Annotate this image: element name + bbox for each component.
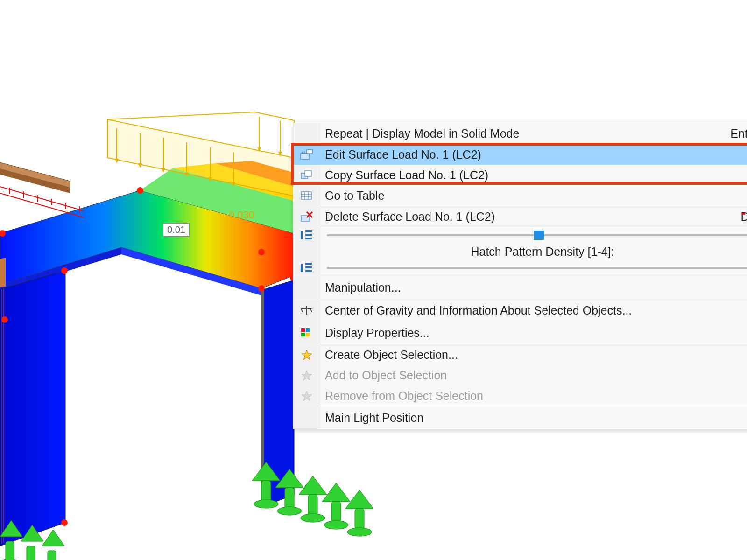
- artifact-dot: [742, 213, 745, 215]
- blank-icon: [293, 276, 320, 299]
- svg-rect-61: [261, 481, 271, 502]
- svg-rect-76: [305, 171, 311, 176]
- menu-item-go-to-table[interactable]: Go to Table: [293, 185, 747, 206]
- svg-marker-1: [140, 168, 294, 233]
- menu-item-shortcut: Del: [731, 210, 747, 224]
- svg-marker-27: [261, 288, 264, 506]
- svg-marker-21: [278, 152, 282, 156]
- add-selection-icon: [293, 365, 320, 385]
- svg-marker-92: [302, 371, 312, 380]
- svg-marker-55: [42, 530, 64, 546]
- svg-rect-62: [285, 488, 294, 509]
- svg-point-68: [301, 514, 325, 522]
- blank-icon: [293, 123, 320, 144]
- svg-marker-91: [302, 350, 312, 360]
- svg-marker-5: [121, 247, 261, 295]
- svg-line-31: [0, 193, 84, 217]
- annotation-value-2: 0.030: [229, 209, 254, 221]
- context-menu: Repeat | Display Model in Solid Mode Ent…: [293, 123, 747, 429]
- svg-marker-2: [173, 163, 294, 201]
- blank-icon: [293, 406, 320, 429]
- svg-point-66: [254, 500, 278, 508]
- annotation-value-1: 0.01: [163, 223, 190, 237]
- svg-marker-16: [162, 168, 165, 173]
- menu-item-label: Create Object Selection...: [320, 348, 747, 362]
- menu-item-copy-surface-load[interactable]: Copy Surface Load No. 1 (LC2): [293, 165, 747, 185]
- svg-marker-19: [232, 182, 235, 187]
- svg-rect-65: [355, 509, 364, 530]
- menu-item-remove-from-object-selection: Remove from Object Selection: [293, 385, 747, 406]
- slider-icon: [293, 260, 320, 276]
- svg-point-67: [277, 507, 302, 515]
- balance-scale-icon: [293, 299, 320, 322]
- svg-point-43: [1, 316, 8, 323]
- svg-marker-28: [0, 162, 70, 188]
- svg-marker-18: [208, 177, 212, 182]
- svg-point-41: [258, 249, 265, 255]
- menu-item-shortcut: Enter: [721, 127, 747, 140]
- menu-item-label: Repeat | Display Model in Solid Mode: [320, 127, 721, 140]
- menu-item-label: Display Properties...: [320, 326, 747, 340]
- load-factor-slider[interactable]: [293, 227, 747, 243]
- menu-item-label: Edit Surface Load No. 1 (LC2): [320, 148, 747, 161]
- menu-item-manipulation[interactable]: Manipulation... ▶: [293, 276, 747, 299]
- svg-rect-63: [308, 495, 317, 516]
- menu-item-display-properties[interactable]: Display Properties...: [293, 322, 747, 344]
- svg-rect-77: [301, 192, 311, 199]
- svg-marker-93: [302, 391, 312, 401]
- svg-marker-14: [115, 159, 119, 163]
- copy-load-icon: [293, 165, 320, 185]
- svg-rect-90: [306, 333, 310, 336]
- svg-rect-64: [331, 502, 341, 523]
- menu-item-label: Manipulation...: [320, 281, 747, 294]
- svg-marker-59: [322, 483, 350, 502]
- menu-item-repeat[interactable]: Repeat | Display Model in Solid Mode Ent…: [293, 123, 747, 144]
- svg-marker-0: [0, 190, 294, 288]
- menu-item-delete-surface-load[interactable]: Delete Surface Load No. 1 (LC2) Del: [293, 206, 747, 227]
- menu-item-center-of-gravity[interactable]: Center of Gravity and Information About …: [293, 299, 747, 322]
- svg-marker-23: [0, 258, 6, 287]
- palette-icon: [293, 322, 320, 344]
- svg-rect-88: [306, 328, 310, 332]
- slider-track[interactable]: [327, 234, 747, 236]
- menu-item-edit-surface-load[interactable]: Edit Surface Load No. 1 (LC2): [293, 144, 747, 165]
- svg-point-42: [61, 267, 68, 274]
- svg-rect-50: [6, 541, 14, 560]
- slider-track[interactable]: [327, 267, 747, 269]
- menu-item-label: Go to Table: [320, 189, 747, 203]
- blank-icon: [293, 243, 320, 260]
- svg-marker-60: [345, 490, 374, 509]
- remove-selection-icon: [293, 385, 320, 406]
- svg-marker-22: [0, 271, 65, 546]
- table-icon: [293, 185, 320, 206]
- svg-rect-71: [301, 154, 309, 159]
- menu-item-label: Copy Surface Load No. 1 (LC2): [320, 168, 747, 182]
- svg-marker-57: [275, 469, 303, 488]
- svg-rect-87: [301, 328, 305, 332]
- menu-item-main-light-position[interactable]: Main Light Position ▶: [293, 406, 747, 429]
- menu-item-add-to-object-selection: Add to Object Selection: [293, 365, 747, 385]
- svg-rect-51: [27, 546, 35, 560]
- svg-point-45: [261, 475, 267, 482]
- edit-load-icon: [293, 144, 320, 165]
- svg-marker-58: [299, 476, 327, 495]
- menu-item-label: Main Light Position: [320, 411, 747, 425]
- svg-point-40: [258, 285, 265, 292]
- svg-marker-53: [0, 520, 22, 537]
- svg-rect-52: [48, 551, 56, 560]
- hatch-density-caption: Hatch Pattern Density [1-4]:: [320, 245, 747, 259]
- svg-marker-29: [0, 169, 70, 193]
- hatch-density-slider[interactable]: [293, 260, 747, 276]
- slider-thumb[interactable]: [534, 231, 544, 240]
- menu-item-label: Add to Object Selection: [320, 369, 747, 382]
- svg-point-38: [0, 230, 6, 237]
- menu-item-create-object-selection[interactable]: Create Object Selection...: [293, 344, 747, 365]
- hatch-density-caption-row: Hatch Pattern Density [1-4]:: [293, 243, 747, 260]
- svg-point-44: [61, 519, 68, 526]
- svg-rect-72: [307, 150, 312, 154]
- svg-point-69: [324, 521, 348, 529]
- svg-marker-26: [264, 280, 294, 506]
- menu-item-label: Center of Gravity and Information About …: [320, 304, 747, 317]
- slider-icon: [293, 227, 320, 243]
- svg-marker-20: [257, 147, 261, 152]
